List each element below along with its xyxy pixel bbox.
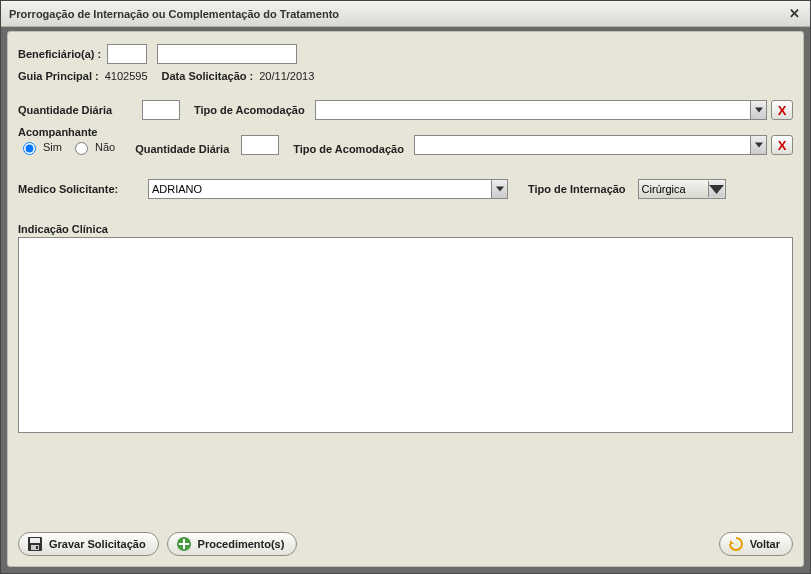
acomp-qtd-diaria-input[interactable] [241, 135, 279, 155]
save-icon [27, 536, 43, 552]
svg-rect-1 [30, 538, 40, 543]
remove-acomp-diaria-button[interactable]: X [771, 135, 793, 155]
beneficiario-row: Beneficiário(a) : [18, 44, 793, 64]
close-icon: ✕ [789, 6, 800, 21]
data-solicitacao-value: 20/11/2013 [259, 70, 314, 82]
beneficiario-name-input[interactable] [157, 44, 297, 64]
indicacao-label: Indicação Clínica [18, 223, 787, 235]
acomp-tipo-acomodacao-combo[interactable] [414, 135, 767, 155]
procedimentos-label: Procedimento(s) [198, 538, 285, 550]
chevron-down-icon[interactable] [750, 101, 766, 119]
medico-label: Medico Solicitante: [18, 183, 142, 195]
diarias-row: Quantidade Diária Tipo de Acomodação X [18, 100, 793, 120]
back-icon [728, 536, 744, 552]
dialog-body: Beneficiário(a) : Guia Principal : 41025… [7, 31, 804, 567]
gravar-label: Gravar Solicitação [49, 538, 146, 550]
indicacao-textarea[interactable] [18, 237, 793, 433]
guia-value: 4102595 [105, 70, 148, 82]
svg-rect-6 [179, 543, 189, 545]
acompanhante-nao-radio[interactable] [75, 142, 88, 155]
window-title: Prorrogação de Internação ou Complementa… [9, 8, 786, 20]
tipo-acomodacao-input[interactable] [315, 100, 767, 120]
voltar-button[interactable]: Voltar [719, 532, 793, 556]
tipo-acomodacao-combo[interactable] [315, 100, 767, 120]
acomp-tipo-acomodacao-label: Tipo de Acomodação [293, 143, 404, 155]
guia-label: Guia Principal : [18, 70, 99, 82]
svg-rect-3 [36, 546, 38, 549]
data-solicitacao-label: Data Solicitação : [162, 70, 254, 82]
beneficiario-label: Beneficiário(a) : [18, 48, 101, 60]
indicacao-wrap [18, 237, 793, 435]
medico-input[interactable] [148, 179, 508, 199]
dialog-window: Prorrogação de Internação ou Complementa… [0, 0, 811, 574]
qtd-diaria-input[interactable] [142, 100, 180, 120]
guia-row: Guia Principal : 4102595 Data Solicitaçã… [18, 70, 793, 82]
acompanhante-row: Acompanhante Sim Não Quantidade Diária T… [18, 126, 793, 155]
acompanhante-label: Acompanhante [18, 126, 121, 138]
close-button[interactable]: ✕ [786, 6, 802, 22]
tipo-internacao-label: Tipo de Internação [528, 183, 626, 195]
tipo-internacao-select[interactable]: Cirúrgica [638, 179, 726, 199]
procedimentos-button[interactable]: Procedimento(s) [167, 532, 298, 556]
medico-combo[interactable] [148, 179, 508, 199]
chevron-down-icon[interactable] [491, 180, 507, 198]
remove-diaria-button[interactable]: X [771, 100, 793, 120]
x-icon: X [778, 138, 787, 153]
tipo-acomodacao-label: Tipo de Acomodação [194, 104, 305, 116]
acompanhante-radios: Sim Não [18, 139, 121, 155]
acomp-qtd-diaria-label: Quantidade Diária [135, 143, 229, 155]
plus-icon [176, 536, 192, 552]
medico-row: Medico Solicitante: Tipo de Internação C… [18, 179, 793, 199]
footer: Gravar Solicitação Procedimento(s) Volta… [18, 532, 793, 556]
acompanhante-sim-radio[interactable] [23, 142, 36, 155]
gravar-solicitacao-button[interactable]: Gravar Solicitação [18, 532, 159, 556]
chevron-down-icon[interactable] [708, 181, 724, 197]
title-bar: Prorrogação de Internação ou Complementa… [1, 1, 810, 27]
beneficiario-code-input[interactable] [107, 44, 147, 64]
acompanhante-group: Acompanhante Sim Não [18, 126, 121, 155]
qtd-diaria-label: Quantidade Diária [18, 104, 136, 116]
chevron-down-icon[interactable] [750, 136, 766, 154]
x-icon: X [778, 103, 787, 118]
acompanhante-sim-label: Sim [43, 141, 62, 153]
acomp-tipo-acomodacao-input[interactable] [414, 135, 767, 155]
voltar-label: Voltar [750, 538, 780, 550]
acompanhante-nao-label: Não [95, 141, 115, 153]
indicacao-section: Indicação Clínica [18, 223, 793, 435]
